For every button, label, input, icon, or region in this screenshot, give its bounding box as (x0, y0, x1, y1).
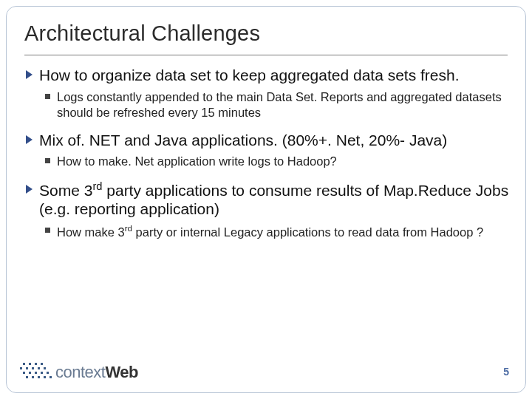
slide-title: Architectural Challenges (7, 7, 525, 52)
page-number: 5 (503, 366, 509, 378)
brand-logo: contextWeb (20, 363, 138, 382)
logo-text-left: context (55, 363, 105, 381)
bullet-1: How to organize data set to keep aggrega… (23, 66, 509, 85)
bullet-2-sub-1: How to make. Net application write logs … (23, 154, 509, 169)
bullet-2: Mix of. NET and Java applications. (80%+… (23, 131, 509, 150)
bullet-3: Some 3rd party applications to consume r… (23, 180, 509, 219)
logo-text: contextWeb (55, 363, 138, 382)
bullet-1-sub-1: Logs constantly appended to the main Dat… (23, 89, 509, 120)
bullet-3-sub-1: How make 3rd party or internal Legacy ap… (23, 223, 509, 240)
logo-text-right: Web (105, 363, 138, 381)
logo-icon (20, 363, 54, 382)
title-divider (24, 55, 508, 55)
slide-card: Architectural Challenges How to organize… (6, 6, 526, 393)
slide-body: How to organize data set to keep aggrega… (7, 66, 525, 239)
